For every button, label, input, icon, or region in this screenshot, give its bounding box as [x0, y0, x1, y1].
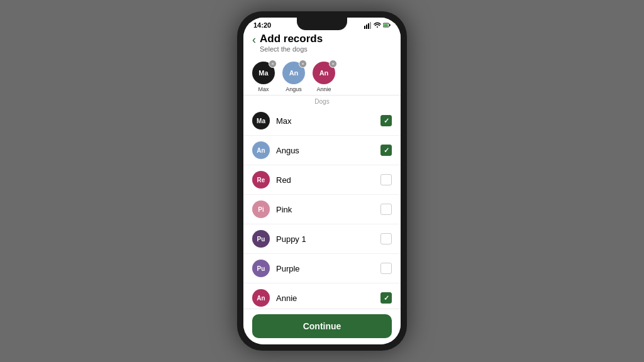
selected-dog-label: Max — [258, 86, 269, 92]
selected-dog-label: Angus — [286, 86, 302, 92]
svg-rect-6 — [389, 25, 391, 26]
dogs-section-header: Dogs — [243, 95, 401, 106]
dog-row-purple: PuPurple — [243, 254, 401, 283]
dog-row-annie: AnAnnie — [243, 283, 401, 309]
dog-name: Max — [276, 116, 374, 126]
continue-button[interactable]: Continue — [252, 314, 392, 338]
back-button[interactable]: ‹ — [252, 33, 256, 47]
dog-name: Purple — [276, 264, 374, 273]
selected-dogs-bar: Ma×MaxAn×AngusAn×Annie — [243, 58, 401, 95]
dog-checkbox-purple[interactable] — [380, 263, 392, 274]
avatar-wrap: Ma× — [252, 62, 275, 84]
dog-checkbox-annie[interactable] — [380, 292, 392, 304]
status-time: 14:20 — [253, 21, 271, 29]
phone-frame: 14:20 — [237, 11, 407, 351]
page-subtitle: Select the dogs — [260, 45, 323, 53]
dog-row-max: MaMax — [243, 106, 401, 136]
status-icons — [364, 21, 391, 29]
avatar: Pi — [252, 200, 270, 218]
avatar: Ma — [252, 112, 270, 129]
wifi-icon — [374, 21, 381, 29]
svg-rect-1 — [366, 25, 367, 29]
signal-icon — [364, 21, 372, 29]
notch — [297, 18, 347, 30]
svg-rect-3 — [370, 22, 371, 29]
selected-dog-label: Annie — [316, 86, 331, 92]
avatar: Pu — [252, 230, 270, 248]
status-bar: 14:20 — [243, 18, 401, 30]
dog-row-red: ReRed — [243, 165, 401, 195]
dog-name: Puppy 1 — [276, 234, 374, 244]
dog-row-pink: PiPink — [243, 195, 401, 224]
avatar: Pu — [252, 260, 270, 277]
selected-dog-angus-selected: An×Angus — [282, 62, 305, 92]
footer: Continue — [243, 309, 401, 344]
avatar-remove-button[interactable]: × — [299, 60, 307, 68]
avatar: Re — [252, 171, 270, 189]
dog-name: Red — [276, 175, 374, 185]
page-title: Add records — [260, 33, 323, 45]
dog-name: Angus — [276, 146, 374, 155]
header-text: Add records Select the dogs — [260, 33, 323, 53]
dog-name: Pink — [276, 205, 374, 214]
dog-checkbox-angus[interactable] — [380, 145, 392, 156]
avatar: An — [252, 289, 270, 307]
svg-point-4 — [377, 26, 378, 28]
dog-row-angus: AnAngus — [243, 136, 401, 165]
dogs-list: MaMaxAnAngusReRedPiPinkPuPuppy 1PuPurple… — [243, 106, 401, 309]
phone-screen: 14:20 — [243, 18, 401, 344]
svg-rect-2 — [368, 23, 369, 29]
dog-checkbox-pink[interactable] — [380, 204, 392, 215]
selected-dog-max-selected: Ma×Max — [252, 62, 275, 92]
avatar-wrap: An× — [282, 62, 305, 84]
avatar-remove-button[interactable]: × — [269, 60, 277, 68]
avatar-remove-button[interactable]: × — [329, 60, 337, 68]
dog-checkbox-max[interactable] — [380, 115, 392, 126]
dog-name: Annie — [276, 293, 374, 303]
dog-row-puppy1: PuPuppy 1 — [243, 224, 401, 254]
selected-dog-annie-selected: An×Annie — [313, 62, 335, 92]
avatar: An — [252, 141, 270, 159]
avatar-wrap: An× — [313, 62, 335, 84]
svg-rect-0 — [364, 26, 365, 29]
svg-rect-7 — [384, 24, 388, 26]
dog-checkbox-red[interactable] — [380, 174, 392, 185]
battery-icon — [383, 21, 391, 29]
dog-checkbox-puppy1[interactable] — [380, 233, 392, 244]
header: ‹ Add records Select the dogs — [243, 30, 401, 58]
